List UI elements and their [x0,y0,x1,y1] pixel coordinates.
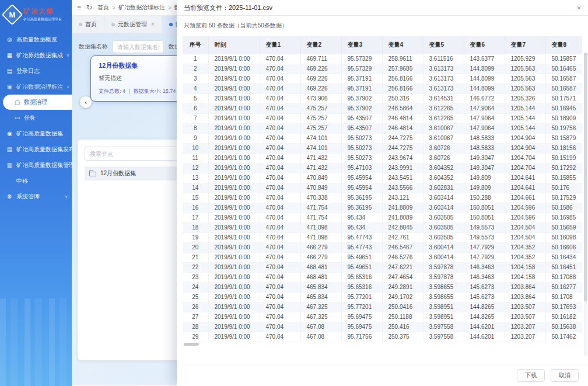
sidebar-item-label: 矿冶高质量数据集 [16,130,63,138]
table-cell: 144.8099 [464,64,505,74]
table-cell: 471.754 [300,213,341,222]
brand-title: 矿冶大师 [23,7,62,16]
tab-close-icon[interactable]: × [151,21,155,27]
table-cell: 50.17292 [545,163,582,173]
table-cell: 470.04 [260,183,300,193]
sidebar-item[interactable]: ▤登录日志 [0,63,72,79]
sidebar-item[interactable]: ◉矿冶高质量数据集 [0,126,72,141]
table-cell: 470.04 [260,113,300,123]
sidebar-item[interactable]: ▭任务 [0,110,72,126]
cancel-button[interactable]: 取消 [551,369,579,382]
close-icon[interactable]: × [576,4,581,12]
table-cell: 95.45954 [341,173,382,183]
table-cell: 470.04 [260,103,300,113]
table-cell: 469.226 [300,74,341,84]
table-row: 92019/9/1 0:00470.04474.10195.50273244.7… [183,133,582,143]
table-cell: 29 [183,332,208,342]
table-cell: 50.16587 [545,74,582,84]
download-button[interactable]: 下载 [517,369,545,382]
sidebar-item[interactable]: 中移 [0,173,72,189]
sidebar-item-label: 登录日志 [16,67,40,75]
table-cell: 3.604352 [423,163,464,173]
data-integration-icon: ▦ [6,52,13,58]
sidebar-item[interactable]: ▥矿冶高质量数据集管理 [0,157,72,173]
table-cell: 3.598655 [423,282,464,292]
table-cell: 3.604352 [423,173,464,183]
table-cell: 95.43507 [341,113,382,123]
table-cell: 150.8051 [464,203,505,213]
table-cell: 246.5276 [382,252,423,262]
table-cell: 144.8265 [464,302,505,312]
breadcrumb-item[interactable]: 首页 [97,4,109,12]
table-cell: 1204.352 [505,252,545,262]
table-cell: 146.6772 [464,93,505,103]
table-cell: 50.17529 [545,193,582,203]
table-cell: 95.36195 [341,203,382,213]
table-cell: 3.613173 [423,64,464,74]
refresh-icon[interactable]: ↻ [86,4,92,12]
table-cell: 95.37191 [341,84,382,93]
table-cell: 3.610067 [423,123,464,133]
table-cell: 3.612265 [423,113,464,123]
table-cell: 247.6221 [382,262,423,272]
table-cell: 2019/9/1 0:00 [208,54,260,64]
table-row: 62019/9/1 0:00470.04475.25795.37902248.5… [183,103,582,113]
tab-item[interactable]: 元数据管理× [104,16,162,33]
sidebar-item[interactable]: ◎高质量数据概览 [0,32,72,47]
table-cell: 1203.507 [505,302,545,312]
table-row: 282019/9/1 0:00470.04467.0895.69475250.4… [183,322,582,332]
table-cell: 250.1188 [382,312,423,322]
collapse-panel-button[interactable]: ‹ [80,96,92,108]
chevron-up-icon: ∧ [66,85,69,89]
table-cell: 249.1702 [382,292,423,302]
table-cell: 1204.504 [505,222,545,232]
tab-item[interactable]: 首页 [72,16,104,33]
table-row: 272019/9/1 0:00470.04467.32595.69475250.… [183,312,582,322]
sidebar-menu: ◎高质量数据概览▦矿冶原始数据集成∨▤登录日志▣矿冶数据治理标注∧▢数据治理▭任… [0,32,72,204]
table-cell: 50.17088 [545,272,582,282]
table-cell: 470.04 [260,143,300,153]
collapse-menu-icon[interactable]: ≡ [77,4,81,12]
data-governance-icon: ▢ [14,99,20,106]
table-cell: 470.04 [260,54,300,64]
table-cell: 148.5833 [464,143,505,153]
table-row: 192019/9/1 0:00470.04471.09895.47743242.… [183,232,582,242]
dataset-name-input[interactable] [113,40,164,53]
table-header-row: 序号时刻变量1变量2变量3变量4变量5变量6变量7变量8 [183,36,582,54]
sidebar-item[interactable]: ▦矿冶原始数据集成∨ [0,47,72,63]
table-cell: 475.257 [300,113,341,123]
table-row: 102019/9/1 0:00470.04474.10195.50273244.… [183,143,582,153]
table-cell: 2019/9/1 0:00 [208,103,260,113]
table-cell: 3.613173 [423,84,464,93]
table-cell: 9 [183,133,208,143]
table-cell: 474.101 [300,133,341,143]
table-cell: 1205.563 [505,84,545,93]
table-row: 182019/9/1 0:00470.04471.09895.434242.80… [183,222,582,232]
sidebar-item[interactable]: ⚙系统管理∨ [0,189,72,204]
table-cell: 50.16277 [545,282,582,292]
table-cell: 471.432 [300,153,341,163]
vertical-scrollbar-thumb[interactable] [584,53,587,301]
table-cell: 50.1708 [545,292,582,302]
modal-title-label: 当前预览文件： [184,4,229,12]
table-cell: 27 [183,312,208,322]
table-cell: 3.614531 [423,93,464,103]
sidebar-item[interactable]: ▢数据治理 [3,95,72,110]
table-cell: 470.04 [260,153,300,163]
table-cell: 95.37191 [341,74,382,84]
breadcrumb-item[interactable]: 矿冶数据治理标注 [118,4,165,12]
sidebar-item[interactable]: ▤矿冶高质量数据集发布 [0,141,72,157]
table-cell: 1205.563 [505,64,545,74]
table-row: 112019/9/1 0:00470.04471.43295.50273243.… [183,153,582,163]
table-cell: 95.49651 [341,252,382,262]
table-cell: 144.8099 [464,84,505,93]
table-cell: 1205.144 [505,123,545,133]
table-cell: 2019/9/1 0:00 [208,242,260,252]
tree-node-label: 12月份数据集 [100,169,136,178]
sidebar-item[interactable]: ▣矿冶数据治理标注∧ [0,79,72,95]
table-cell: 50.15857 [545,54,582,64]
table-cell: 244.7275 [382,143,423,153]
table-cell: 95.77201 [341,302,382,312]
horizontal-scrollbar-thumb[interactable] [184,343,199,346]
table-cell: 1203.207 [505,332,545,342]
